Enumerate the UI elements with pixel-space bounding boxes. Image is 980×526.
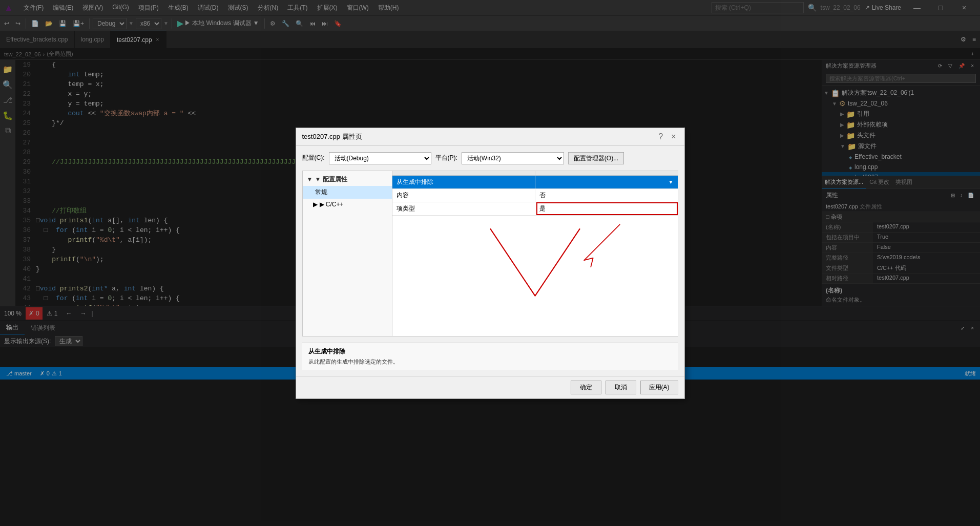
dialog-apply-button[interactable]: 应用(A) <box>640 381 678 394</box>
general-label: 常规 <box>315 188 327 197</box>
desc-text: 从此配置的生成中排除选定的文件。 <box>308 358 672 366</box>
platform-select-dialog[interactable]: 活动(Win32) <box>462 152 564 164</box>
itemtype-name-cell: 项类型 <box>392 202 536 215</box>
exclude-value-cell: ▼ <box>535 176 678 188</box>
exclude-dropdown-arrow[interactable]: ▼ <box>669 179 674 185</box>
prop-col-name <box>392 171 535 175</box>
dialog-body: 配置(C): 活动(Debug) 平台(P): 活动(Win32) 配置管理器(… <box>296 146 684 376</box>
content-name-cell: 内容 <box>392 189 535 202</box>
dialog-title-buttons: ? × <box>656 132 678 141</box>
config-select[interactable]: 活动(Debug) <box>329 152 431 164</box>
annotation-svg <box>392 216 678 336</box>
dialog-close-button[interactable]: × <box>669 132 678 141</box>
config-props-arrow: ▼ <box>307 176 313 183</box>
dialog-help-button[interactable]: ? <box>656 132 665 141</box>
dialog-tree-cpp[interactable]: ▶ ▶ C/C++ <box>303 199 392 210</box>
dialog-title-bar: test0207.cpp 属性页 ? × <box>296 128 684 146</box>
content-value-cell: 否 <box>535 189 678 202</box>
dialog-tree-general[interactable]: 常规 <box>303 186 392 199</box>
desc-title: 从生成中排除 <box>308 347 672 356</box>
cpp-label: ▶ C/C++ <box>320 201 344 208</box>
dialog-right-content: 从生成中排除 ▼ 内容 否 项类型 <box>392 171 678 336</box>
svg-line-0 <box>584 224 620 260</box>
property-pages-dialog: test0207.cpp 属性页 ? × 配置(C): 活动(Debug) 平台… <box>296 128 685 399</box>
prop-col-val <box>535 171 678 175</box>
dialog-canvas-area <box>392 216 678 336</box>
config-mgr-button[interactable]: 配置管理器(O)... <box>568 152 624 164</box>
dialog-main: ▼ ▼ 配置属性 常规 ▶ ▶ C/C++ <box>302 171 678 336</box>
exclude-name-cell: 从生成中排除 <box>392 176 535 188</box>
dialog-prop-row-content[interactable]: 内容 否 <box>392 189 678 202</box>
dialog-ok-button[interactable]: 确定 <box>571 381 601 394</box>
platform-label: 平台(P): <box>435 154 457 162</box>
dialog-footer: 确定 取消 应用(A) <box>296 376 684 398</box>
modal-overlay[interactable]: test0207.cpp 属性页 ? × 配置(C): 活动(Debug) 平台… <box>0 0 980 526</box>
cpp-arrow: ▶ <box>313 201 318 208</box>
dialog-prop-header <box>392 171 678 176</box>
dialog-config-row: 配置(C): 活动(Debug) 平台(P): 活动(Win32) 配置管理器(… <box>302 152 678 164</box>
itemtype-edit-cell[interactable] <box>536 202 678 215</box>
dialog-description: 从生成中排除 从此配置的生成中排除选定的文件。 <box>302 343 678 370</box>
dialog-left-tree: ▼ ▼ 配置属性 常规 ▶ ▶ C/C++ <box>303 171 392 336</box>
dialog-title: test0207.cpp 属性页 <box>302 132 362 141</box>
dialog-tree-config-props[interactable]: ▼ ▼ 配置属性 <box>303 173 392 186</box>
dialog-prop-row-exclude[interactable]: 从生成中排除 ▼ <box>392 176 678 189</box>
config-props-label: ▼ 配置属性 <box>315 175 347 184</box>
config-label: 配置(C): <box>302 154 325 162</box>
dialog-prop-row-itemtype[interactable]: 项类型 <box>392 202 678 216</box>
itemtype-edit-input[interactable] <box>539 205 675 212</box>
dialog-cancel-button[interactable]: 取消 <box>606 381 636 394</box>
